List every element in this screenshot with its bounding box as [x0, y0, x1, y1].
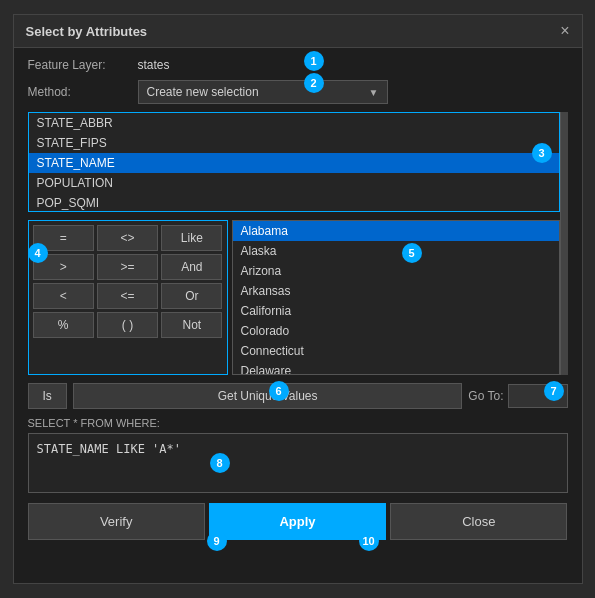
- op-row-4: % ( ) Not: [33, 312, 223, 338]
- feature-layer-label: Feature Layer:: [28, 58, 138, 72]
- feature-layer-value: states: [138, 58, 170, 72]
- list-item[interactable]: Arizona: [233, 261, 559, 281]
- action-row: Verify Apply Close: [28, 503, 568, 540]
- or-button[interactable]: Or: [161, 283, 222, 309]
- greater-equal-button[interactable]: >=: [97, 254, 158, 280]
- dialog-close-button[interactable]: Close: [390, 503, 567, 540]
- goto-label: Go To:: [468, 389, 503, 403]
- badge-2: 2: [304, 73, 324, 93]
- fields-scrollbar[interactable]: [560, 112, 568, 220]
- method-dropdown-value: Create new selection: [147, 85, 259, 99]
- list-item[interactable]: STATE_ABBR: [29, 113, 559, 133]
- list-item[interactable]: POP_SQMI: [29, 193, 559, 212]
- list-item[interactable]: POPULATION: [29, 173, 559, 193]
- badge-9: 9: [207, 531, 227, 551]
- not-equals-button[interactable]: <>: [97, 225, 158, 251]
- badge-5: 5: [402, 243, 422, 263]
- query-section: SELECT * FROM WHERE: STATE_NAME LIKE 'A*…: [28, 417, 568, 493]
- not-button[interactable]: Not: [161, 312, 222, 338]
- method-dropdown[interactable]: Create new selection ▼: [138, 80, 388, 104]
- badge-1: 1: [304, 51, 324, 71]
- operators-panel: = <> Like > >= And < <= Or % ( ) Not: [28, 220, 228, 375]
- method-row: Method: Create new selection ▼: [28, 80, 568, 104]
- query-expression[interactable]: STATE_NAME LIKE 'A*': [28, 433, 568, 493]
- parens-button[interactable]: ( ): [97, 312, 158, 338]
- fields-list-container: STATE_ABBR STATE_FIPS STATE_NAME POPULAT…: [28, 112, 568, 220]
- list-item[interactable]: Connecticut: [233, 341, 559, 361]
- list-item[interactable]: Colorado: [233, 321, 559, 341]
- list-item[interactable]: California: [233, 301, 559, 321]
- bottom-bar: Is Get Unique Values Go To:: [28, 383, 568, 409]
- fields-list[interactable]: STATE_ABBR STATE_FIPS STATE_NAME POPULAT…: [28, 112, 560, 212]
- badge-6: 6: [269, 381, 289, 401]
- select-by-attributes-dialog: Select by Attributes × Feature Layer: st…: [13, 14, 583, 584]
- get-unique-values-button[interactable]: Get Unique Values: [73, 383, 463, 409]
- badge-10: 10: [359, 531, 379, 551]
- dialog-body: Feature Layer: states Method: Create new…: [14, 48, 582, 550]
- list-item[interactable]: Delaware: [233, 361, 559, 375]
- middle-section: = <> Like > >= And < <= Or % ( ) Not: [28, 220, 568, 375]
- badge-7: 7: [544, 381, 564, 401]
- dropdown-arrow-icon: ▼: [369, 87, 379, 98]
- values-list[interactable]: Alabama Alaska Arizona Arkansas Californ…: [232, 220, 560, 375]
- feature-layer-row: Feature Layer: states: [28, 58, 568, 72]
- like-button[interactable]: Like: [161, 225, 222, 251]
- title-bar: Select by Attributes ×: [14, 15, 582, 48]
- list-item[interactable]: STATE_NAME: [29, 153, 559, 173]
- modulo-button[interactable]: %: [33, 312, 94, 338]
- op-row-1: = <> Like: [33, 225, 223, 251]
- op-row-3: < <= Or: [33, 283, 223, 309]
- and-button[interactable]: And: [161, 254, 222, 280]
- list-item[interactable]: Arkansas: [233, 281, 559, 301]
- list-item[interactable]: Alabama: [233, 221, 559, 241]
- badge-3: 3: [532, 143, 552, 163]
- verify-button[interactable]: Verify: [28, 503, 205, 540]
- list-item[interactable]: STATE_FIPS: [29, 133, 559, 153]
- apply-button[interactable]: Apply: [209, 503, 386, 540]
- op-row-2: > >= And: [33, 254, 223, 280]
- less-than-button[interactable]: <: [33, 283, 94, 309]
- close-icon[interactable]: ×: [560, 23, 569, 39]
- list-item[interactable]: Alaska: [233, 241, 559, 261]
- method-label: Method:: [28, 85, 138, 99]
- values-scrollbar[interactable]: [560, 220, 568, 375]
- dialog-title: Select by Attributes: [26, 24, 148, 39]
- is-button[interactable]: Is: [28, 383, 67, 409]
- values-list-container: Alabama Alaska Arizona Arkansas Californ…: [232, 220, 568, 375]
- badge-8: 8: [210, 453, 230, 473]
- badge-4: 4: [28, 243, 48, 263]
- query-label: SELECT * FROM WHERE:: [28, 417, 568, 429]
- less-equal-button[interactable]: <=: [97, 283, 158, 309]
